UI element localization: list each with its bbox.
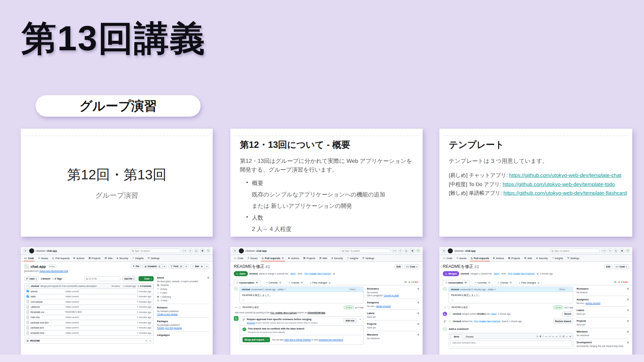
list-icon[interactable]: ≔ (555, 335, 557, 338)
table-row[interactable]: main.mjsInitial commit7 minutes ago (24, 315, 154, 320)
gear-icon[interactable]: ⚙ (627, 320, 629, 322)
outline-icon[interactable]: ≔ (149, 340, 151, 342)
github-logo-icon[interactable] (239, 248, 244, 253)
issues-icon[interactable]: ⊙ (608, 249, 612, 253)
inbox-icon[interactable]: ▣ (200, 249, 205, 253)
italic-icon[interactable]: I (543, 335, 543, 338)
table-row[interactable]: package-lock.jsonInitial commit7 minutes… (24, 320, 154, 325)
tab-files-changed[interactable]: ±Files changed1 (517, 281, 542, 285)
pull-request-icon[interactable] (194, 249, 199, 253)
gear-icon[interactable]: ⚙ (627, 309, 629, 312)
branch-count[interactable]: 1 Branch (41, 278, 50, 280)
code-icon[interactable]: <> (548, 335, 551, 338)
add-reaction-icon[interactable]: ☺ (451, 299, 571, 302)
base-branch-chip[interactable]: main (490, 313, 497, 315)
commit-hash[interactable]: beff9b8 (565, 306, 573, 309)
head-branch-chip[interactable]: fix-readme-description (304, 273, 332, 275)
assign-yourself-link[interactable]: assign yourself (586, 302, 600, 304)
search-input[interactable] (340, 249, 390, 253)
comment-author[interactable]: chvmvd (242, 288, 250, 291)
tag-count[interactable]: ◇ 0 Tags (52, 278, 62, 280)
heading-icon[interactable]: H (537, 335, 538, 338)
tab-settings[interactable]: ⚙Settings (148, 255, 160, 261)
tab-conversation[interactable]: ❑Conversation0 (443, 280, 470, 285)
tab-pull-requests[interactable]: Pull requests (52, 255, 69, 261)
breadcrumb[interactable]: chvmvd/chat-app (36, 249, 57, 252)
reply-icon[interactable]: ↩ (566, 335, 568, 338)
branch-selector[interactable]: main▾ (24, 276, 39, 281)
go-to-file-input[interactable] (84, 277, 120, 281)
readme-link[interactable]: ▤Readme (157, 284, 209, 287)
tab-conversation[interactable]: ❑Conversation0 (234, 280, 261, 285)
commit-hash[interactable]: beff9b8 (355, 306, 364, 309)
inbox-icon[interactable]: ▣ (620, 249, 624, 253)
table-row[interactable]: .env.sampleInitial commit7 minutes ago (24, 299, 154, 305)
deleted-branch-chip[interactable]: fix-readme-description (473, 320, 501, 323)
github-logo-icon[interactable] (29, 248, 34, 253)
verified-badge[interactable]: Verified (344, 306, 354, 309)
tab-checks[interactable]: ✓Checks0 (286, 280, 305, 285)
template-todo-link[interactable]: https://github.com/utokyo-web-dev/templa… (502, 181, 615, 187)
add-reaction-icon[interactable]: ☺ (242, 299, 361, 302)
tab-code[interactable]: <>Code (443, 255, 452, 261)
user-avatar[interactable] (206, 249, 210, 253)
github-logo-icon[interactable] (448, 248, 453, 253)
bold-icon[interactable]: B (540, 335, 541, 338)
create-new-button[interactable]: +▾ (392, 249, 396, 253)
user-avatar[interactable] (416, 249, 420, 253)
breadcrumb[interactable]: chvmvd/chat-app (246, 249, 267, 252)
table-row[interactable]: prismaInitial commit7 minutes ago (24, 289, 154, 294)
gear-icon[interactable]: ⚙ (417, 301, 419, 304)
assign-yourself-link[interactable]: assign yourself (376, 305, 390, 307)
forks-link[interactable]: 0 forks (157, 299, 209, 302)
tab-wiki[interactable]: ▤Wiki (524, 255, 532, 261)
convert-to-draft-link[interactable]: Convert to draft (384, 294, 399, 297)
comment-author[interactable]: chvmvd (451, 288, 459, 291)
tab-insights[interactable]: ↗Insights (132, 255, 144, 261)
issues-icon[interactable]: ⊙ (398, 249, 402, 253)
code-button[interactable]: <>Code▾ (404, 264, 419, 269)
tab-wiki[interactable]: ▤Wiki (105, 255, 112, 261)
restore-branch-button[interactable]: Restore branch (553, 319, 573, 324)
tab-settings[interactable]: ⚙Settings (362, 255, 374, 261)
tab-code[interactable]: <>Code (24, 255, 34, 261)
pr-author[interactable]: chvmvd (249, 273, 258, 275)
kebab-menu-icon[interactable]: ··· (568, 288, 571, 291)
hamburger-icon[interactable]: ≡ (233, 249, 237, 253)
pin-button[interactable]: ⚑Pin (130, 264, 141, 269)
tab-pull-requests[interactable]: Pull requests1 (262, 255, 284, 261)
readme-section-header[interactable]: ▤README ✎≔ (24, 338, 154, 344)
tab-preview[interactable]: Preview (463, 335, 476, 339)
gear-icon[interactable]: ⚙ (417, 334, 419, 336)
tab-pull-requests[interactable]: Pull requests (471, 255, 489, 261)
table-row[interactable]: README.mdREADMEを修正2 minutes ago (24, 310, 154, 315)
tab-projects[interactable]: ▦Projects (303, 255, 315, 261)
user-avatar[interactable] (626, 249, 630, 253)
gear-icon[interactable]: ⚙ (417, 288, 419, 290)
gear-icon[interactable]: ⚙ (627, 298, 629, 301)
search-input[interactable] (130, 249, 180, 253)
code-button[interactable]: <>Code▾ (139, 276, 154, 281)
template-chat-link[interactable]: https://github.com/utokyo-web-dev/templa… (509, 172, 621, 178)
tasklist-icon[interactable]: ☑ (559, 335, 561, 338)
mention-icon[interactable]: @ (562, 335, 565, 338)
repo-link[interactable]: chvmvd/chat-app (308, 311, 325, 314)
activity-link[interactable]: ∿Activity (157, 288, 209, 290)
commit-message[interactable]: READMEを修正 (243, 306, 259, 309)
tab-issues[interactable]: ⊙Issues (248, 255, 258, 261)
create-new-button[interactable]: +▾ (182, 249, 186, 253)
expand-icon[interactable]: ⊞ (570, 335, 571, 338)
tab-insights[interactable]: ↗Insights (347, 255, 358, 261)
command-line-link[interactable]: command line instructions (319, 339, 343, 341)
rulesets-link[interactable]: Rulesets (247, 321, 255, 324)
edit-button[interactable]: Edit (394, 264, 402, 269)
tab-security[interactable]: ◈Security (331, 255, 343, 261)
base-branch-chip[interactable]: main (493, 273, 500, 275)
inbox-icon[interactable]: ▣ (410, 249, 415, 253)
tab-insights[interactable]: ↗Insights (552, 255, 563, 261)
repo-name[interactable]: chat-app (31, 264, 46, 268)
commit-message[interactable]: Merge pull request #1 from chvmvd/fix-re… (41, 285, 97, 287)
quote-icon[interactable]: ≔ (545, 335, 547, 338)
tab-checks[interactable]: ✓Checks0 (495, 280, 514, 285)
template-source-link[interactable]: utokyo-web-dev/template-chat (39, 270, 68, 272)
